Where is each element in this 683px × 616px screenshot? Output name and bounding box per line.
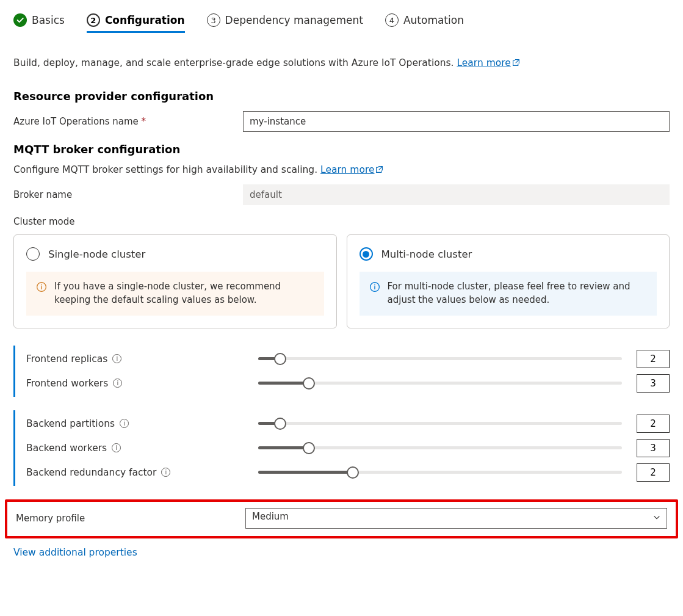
slider-track[interactable]: [258, 442, 622, 454]
slider-label: Backend workersi: [26, 443, 244, 454]
slider-track[interactable]: [258, 377, 622, 390]
info-icon: [369, 281, 380, 307]
tab-label: Automation: [403, 14, 464, 26]
iot-name-input[interactable]: [243, 111, 670, 132]
field-label: Broker name: [13, 189, 243, 200]
cluster-mode-label: Cluster mode: [13, 216, 670, 227]
slider-label: Backend partitionsi: [26, 418, 244, 429]
field-broker-name: Broker name: [13, 184, 670, 205]
tab-label: Dependency management: [225, 14, 363, 26]
banner-text: For multi-node cluster, please feel free…: [388, 280, 648, 307]
slider-label: Frontend workersi: [26, 378, 244, 389]
info-icon[interactable]: i: [112, 354, 121, 363]
info-icon: [36, 281, 47, 307]
info-icon[interactable]: i: [113, 379, 122, 388]
wizard-tabs: Basics 2 Configuration 3 Dependency mana…: [13, 11, 670, 37]
label-text: Frontend workers: [26, 378, 108, 389]
option-header: Multi-node cluster: [360, 247, 657, 261]
radio-icon[interactable]: [26, 247, 40, 261]
link-label: Learn more: [457, 57, 510, 68]
backend-slider-group: Backend partitionsi Backend workersi Bac…: [13, 410, 670, 486]
field-label: Memory profile: [16, 513, 245, 524]
svg-point-1: [41, 284, 42, 286]
option-multi-node[interactable]: Multi-node cluster For multi-node cluste…: [347, 234, 670, 328]
checkmark-icon: [13, 13, 27, 27]
slider-label: Frontend replicasi: [26, 353, 244, 364]
slider-track[interactable]: [258, 353, 622, 365]
label-text: Backend redundancy factor: [26, 467, 156, 478]
label-text: Azure IoT Operations name: [13, 116, 139, 127]
step-number-icon: 3: [207, 13, 220, 27]
slider-track[interactable]: [258, 466, 622, 479]
svg-rect-5: [374, 286, 375, 289]
slider-backend-partitions: Backend partitionsi: [26, 411, 670, 436]
section-heading-mqtt: MQTT broker configuration: [13, 143, 670, 156]
memory-profile-highlight: Memory profile Medium: [5, 499, 678, 538]
slider-value-input[interactable]: [637, 415, 670, 433]
intro-text: Build, deploy, manage, and scale enterpr…: [13, 57, 670, 69]
link-label: Learn more: [320, 164, 374, 175]
tab-basics[interactable]: Basics: [13, 11, 65, 33]
intro-body: Build, deploy, manage, and scale enterpr…: [13, 57, 457, 68]
banner-text: If you have a single-node cluster, we re…: [54, 280, 314, 307]
slider-thumb[interactable]: [274, 418, 286, 430]
view-additional-properties-link[interactable]: View additional properties: [13, 547, 670, 558]
step-number-icon: 2: [87, 13, 100, 27]
slider-value-input[interactable]: [637, 350, 670, 368]
info-icon[interactable]: i: [161, 468, 170, 477]
option-header: Single-node cluster: [26, 247, 324, 261]
memory-profile-select[interactable]: Medium: [245, 508, 667, 529]
tab-automation[interactable]: 4 Automation: [385, 11, 464, 33]
select-value: Medium: [245, 508, 667, 529]
slider-thumb[interactable]: [303, 442, 315, 454]
broker-name-input: [243, 184, 670, 205]
option-title: Single-node cluster: [48, 248, 145, 260]
slider-backend-workers: Backend workersi: [26, 436, 670, 460]
slider-thumb[interactable]: [274, 353, 286, 365]
label-text: Backend partitions: [26, 418, 115, 429]
cluster-mode-options: Single-node cluster If you have a single…: [13, 234, 670, 328]
required-asterisk: *: [142, 116, 146, 127]
label-text: Backend workers: [26, 443, 107, 454]
external-link-icon: [512, 58, 520, 69]
tab-label: Configuration: [105, 14, 185, 26]
slider-track[interactable]: [258, 418, 622, 430]
slider-thumb[interactable]: [303, 377, 315, 390]
external-link-icon: [375, 165, 383, 176]
field-iot-name: Azure IoT Operations name *: [13, 111, 670, 132]
slider-frontend-workers: Frontend workersi: [26, 371, 670, 396]
info-banner: For multi-node cluster, please feel free…: [360, 272, 657, 316]
option-title: Multi-node cluster: [381, 248, 472, 260]
learn-more-link[interactable]: Learn more: [320, 164, 383, 175]
info-icon[interactable]: i: [120, 419, 129, 428]
tab-dependency-management[interactable]: 3 Dependency management: [207, 11, 363, 33]
slider-label: Backend redundancy factori: [26, 467, 244, 478]
radio-icon[interactable]: [360, 247, 373, 261]
slider-thumb[interactable]: [347, 466, 359, 479]
label-text: Frontend replicas: [26, 353, 107, 364]
field-memory-profile: Memory profile Medium: [16, 508, 667, 529]
info-icon[interactable]: i: [112, 443, 121, 452]
learn-more-link[interactable]: Learn more: [457, 57, 519, 68]
section-heading-resource-provider: Resource provider configuration: [13, 90, 670, 103]
slider-value-input[interactable]: [637, 374, 670, 393]
option-single-node[interactable]: Single-node cluster If you have a single…: [13, 234, 337, 328]
step-number-icon: 4: [385, 13, 399, 27]
svg-rect-2: [41, 286, 42, 289]
slider-value-input[interactable]: [637, 439, 670, 457]
tab-label: Basics: [32, 14, 65, 26]
slider-backend-redundancy: Backend redundancy factori: [26, 460, 670, 485]
mqtt-subtext: Configure MQTT broker settings for high …: [13, 164, 670, 176]
subtext-body: Configure MQTT broker settings for high …: [13, 164, 320, 175]
field-label: Azure IoT Operations name *: [13, 116, 243, 127]
frontend-slider-group: Frontend replicasi Frontend workersi: [13, 346, 670, 397]
slider-frontend-replicas: Frontend replicasi: [26, 347, 670, 371]
tab-configuration[interactable]: 2 Configuration: [87, 11, 185, 33]
slider-value-input[interactable]: [637, 463, 670, 482]
info-banner: If you have a single-node cluster, we re…: [26, 272, 324, 316]
svg-point-4: [374, 284, 375, 286]
